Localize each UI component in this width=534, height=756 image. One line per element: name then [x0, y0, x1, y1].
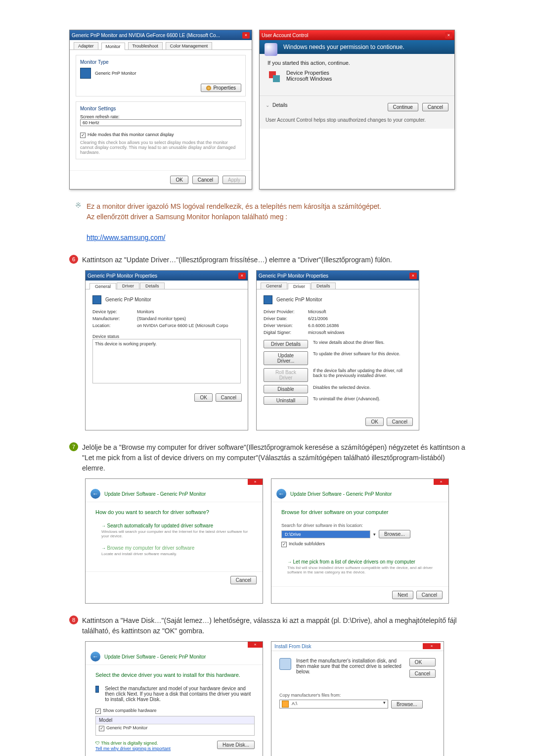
details-label[interactable]: Details — [272, 102, 288, 108]
shield-icon — [206, 86, 211, 91]
search-location-label: Search for driver software in this locat… — [281, 523, 441, 528]
props-driver-title: Generic PnP Monitor Properties — [259, 273, 328, 279]
tab-driver[interactable]: Driver — [288, 283, 311, 289]
chevron-down-icon[interactable]: ⌄ — [266, 102, 269, 108]
certificate-icon: 🛡 — [95, 741, 100, 746]
note-marker-icon: ※ — [75, 201, 82, 243]
apply-button[interactable]: Apply — [222, 176, 246, 184]
next-button[interactable]: Next — [392, 591, 413, 599]
tab-monitor[interactable]: Monitor — [101, 43, 125, 50]
shield-icon — [265, 43, 277, 56]
cancel-button[interactable]: Cancel — [230, 576, 257, 584]
refresh-rate-label: Screen refresh rate: — [80, 114, 241, 119]
install-disk-text: Insert the manufacturer's installation d… — [296, 658, 404, 674]
monitor-icon — [95, 686, 99, 693]
include-subfolders-checkbox[interactable]: ✓ Include subfolders — [281, 541, 325, 547]
location-combobox[interactable]: D:\Drive — [281, 530, 370, 538]
cancel-button[interactable]: Cancel — [216, 393, 242, 402]
note-line1: Ez a monitor driver igazoló MS logóval r… — [87, 202, 381, 210]
props-general-title: Generic PnP Monitor Properties — [88, 273, 157, 279]
back-arrow-icon[interactable]: ← — [276, 489, 286, 499]
tab-color-management[interactable]: Color Management — [166, 42, 213, 49]
step6-text: Kattintson az "Update Driver…"(Illesztőp… — [82, 255, 392, 265]
monitor-icon — [264, 295, 272, 304]
step-badge-7: 7 — [69, 442, 78, 451]
uninstall-button[interactable]: Uninstall — [264, 396, 308, 405]
uac-footer: User Account Control helps stop unauthor… — [260, 114, 454, 129]
option-browse[interactable]: Browse my computer for driver software L… — [95, 545, 255, 556]
close-icon[interactable]: × — [248, 479, 263, 485]
monitor-dialog-title: Generic PnP Monitor and NVIDIA GeForce 6… — [72, 33, 220, 38]
uninstall-desc: To uninstall the driver (Advanced). — [313, 396, 412, 401]
refresh-rate-value: 60 Hertz — [83, 120, 99, 125]
tab-troubleshoot[interactable]: Troubleshoot — [128, 42, 163, 49]
close-icon[interactable]: × — [409, 273, 417, 279]
wizard-heading: How do you want to search for driver sof… — [95, 509, 255, 515]
cancel-button[interactable]: Cancel — [192, 176, 219, 184]
show-compatible-checkbox[interactable]: ✓ Show compatible hardware — [95, 708, 157, 714]
loc-key: Location: — [92, 323, 132, 328]
back-arrow-icon[interactable]: ← — [90, 489, 100, 499]
tab-general[interactable]: General — [89, 283, 116, 289]
driver-details-button[interactable]: Driver Details — [264, 340, 308, 348]
loc-val: on NVIDIA GeForce 6600 LE (Microsoft Cor… — [137, 323, 241, 328]
tab-general[interactable]: General — [261, 283, 287, 289]
device-name: Generic PnP Monitor — [105, 297, 151, 302]
option-search-auto[interactable]: Search automatically for updated driver … — [95, 523, 255, 538]
ok-button[interactable]: OK — [170, 176, 188, 184]
close-icon[interactable]: × — [434, 479, 448, 485]
note-line2: Az ellenőrzött driver a Samsung Monitor … — [87, 213, 287, 221]
step7-text: Jelölje be a "Browse my computer for dri… — [82, 442, 468, 473]
close-icon[interactable]: × — [238, 273, 246, 279]
version-key: Driver Version: — [264, 323, 303, 328]
hide-modes-checkbox[interactable]: ✓ Hide modes that this monitor cannot di… — [80, 132, 174, 138]
wizard-subtext: Select the manufacturer and model of you… — [105, 686, 255, 702]
device-status-text: This device is working properly. — [95, 341, 157, 346]
ok-button[interactable]: OK — [194, 393, 212, 402]
tab-adapter[interactable]: Adapter — [74, 42, 98, 49]
properties-button[interactable]: Properties — [201, 84, 241, 92]
step-badge-8: 8 — [69, 615, 78, 624]
show-compatible-label: Show compatible hardware — [103, 708, 157, 713]
drive-combobox[interactable]: A:\ — [279, 700, 388, 709]
rollback-driver-desc: If the device fails after updating the d… — [313, 368, 412, 378]
hide-modes-label: Hide modes that this monitor cannot disp… — [88, 132, 174, 137]
tab-driver[interactable]: Driver — [117, 283, 139, 289]
include-subfolders-label: Include subfolders — [289, 541, 325, 546]
option-let-me-pick[interactable]: Let me pick from a list of device driver… — [281, 559, 441, 574]
cancel-button[interactable]: Cancel — [409, 669, 436, 678]
have-disk-button[interactable]: Have Disk... — [217, 741, 255, 749]
model-list[interactable]: Model ✓ Generic PnP Monitor — [95, 716, 255, 736]
option-browse-title: Browse my computer for driver software — [101, 545, 255, 551]
browse-button[interactable]: Browse... — [391, 700, 423, 709]
continue-button[interactable]: Continue — [388, 103, 418, 111]
signing-info-link[interactable]: Tell me why driver signing is important — [95, 746, 171, 751]
model-item[interactable]: Generic PnP Monitor — [106, 725, 147, 730]
wizard-breadcrumb: Update Driver Software - Generic PnP Mon… — [104, 654, 206, 660]
ok-button[interactable]: OK — [409, 658, 436, 666]
tab-details[interactable]: Details — [311, 283, 336, 289]
samsung-link[interactable]: http://www.samsung.com/ — [87, 234, 166, 241]
update-driver-desc: To update the driver software for this d… — [313, 351, 412, 356]
close-icon[interactable]: × — [242, 32, 250, 39]
provider-key: Driver Provider: — [264, 309, 303, 314]
update-driver-button[interactable]: Update Driver... — [264, 351, 308, 365]
cancel-button[interactable]: Cancel — [387, 418, 413, 426]
uac-headline: Windows needs your permission to contion… — [283, 44, 404, 50]
monitor-type-label: Monitor Type — [80, 59, 241, 65]
provider-val: Microsoft — [308, 309, 412, 314]
option-search-auto-title: Search automatically for updated driver … — [101, 523, 255, 528]
close-icon[interactable]: × — [248, 642, 263, 648]
tab-details[interactable]: Details — [140, 283, 165, 289]
back-arrow-icon[interactable]: ← — [90, 652, 100, 662]
refresh-rate-select[interactable]: 60 Hertz — [80, 119, 241, 126]
rollback-driver-button[interactable]: Roll Back Driver — [264, 368, 308, 382]
cancel-button[interactable]: Cancel — [422, 103, 448, 111]
ok-button[interactable]: OK — [365, 418, 383, 426]
cancel-button[interactable]: Cancel — [416, 591, 443, 599]
close-icon[interactable]: × — [445, 32, 452, 39]
disable-button[interactable]: Disable — [264, 385, 308, 393]
close-icon[interactable]: × — [423, 643, 441, 649]
browse-button[interactable]: Browse... — [379, 530, 410, 538]
signer-key: Digital Signer: — [264, 330, 303, 335]
